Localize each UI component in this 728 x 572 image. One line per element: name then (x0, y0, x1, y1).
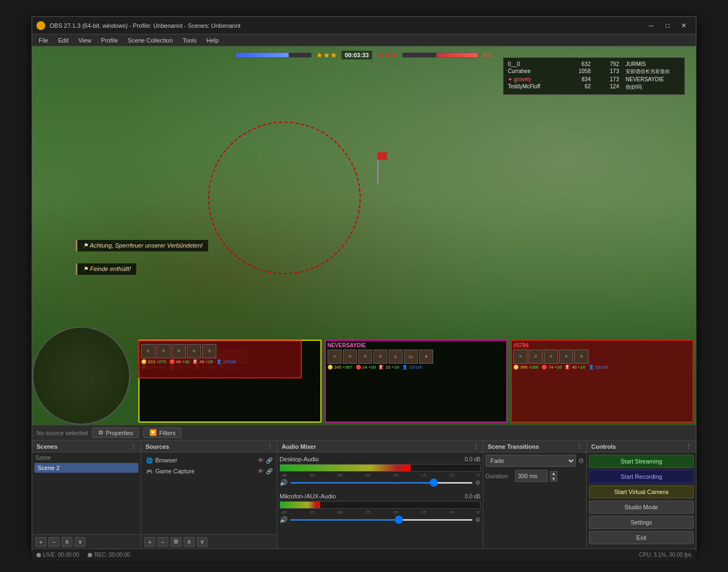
close-button[interactable]: ✕ (676, 20, 691, 32)
unit-red2-2: ② (529, 350, 543, 364)
mic-volume-slider[interactable] (290, 519, 473, 521)
sources-menu-icon[interactable]: ⋮ (267, 443, 272, 449)
player-score-2: 1058 (569, 68, 591, 75)
sources-header-label: Sources (145, 443, 169, 450)
source-game-capture[interactable]: 🎮 Game Capture 👁 🔗 (143, 466, 275, 477)
menu-edit[interactable]: Edit (54, 36, 73, 45)
duration-down-arrow[interactable]: ▼ (550, 477, 557, 481)
score-row-1: 0__0 632 792 JURMIS (508, 61, 680, 67)
stat-pop-n: 👤 22/100 (402, 365, 422, 370)
minimize-button[interactable]: ─ (644, 20, 659, 32)
audio-menu-icon[interactable]: ⋮ (473, 443, 478, 449)
stat-pop-r2: 👤 23/100 (589, 365, 609, 370)
menu-view[interactable]: View (74, 36, 96, 45)
player-score-r2: 173 (597, 68, 619, 75)
transition-type-select[interactable]: Fade Cut Swipe (486, 455, 576, 467)
desktop-audio-meter-fill (280, 465, 410, 471)
desktop-volume-slider[interactable] (290, 482, 473, 484)
duration-up-arrow[interactable]: ▲ (550, 471, 557, 476)
menu-file[interactable]: File (34, 36, 53, 45)
score-row-4: TeddyMcFluff 62 124 你好吗 (508, 83, 680, 91)
mic-audio-gear[interactable]: ⚙ (475, 516, 481, 523)
filters-button[interactable]: 🔽 Filters (143, 428, 181, 438)
source-game-eye[interactable]: 👁 (258, 468, 264, 474)
remove-scene-button[interactable]: − (48, 537, 59, 547)
move-scene-up-button[interactable]: ∧ (62, 537, 72, 547)
scenes-panel-header: Scenes ⋮ (32, 441, 141, 453)
sources-panel-header: Sources ⋮ (141, 441, 277, 453)
mic-audio-meter-fill (280, 502, 320, 508)
obs-window: OBS 27.1.3 (64-bit, windows) - Profile: … (32, 16, 696, 551)
menu-scene-collection[interactable]: Scene Collection (124, 36, 178, 45)
maximize-button[interactable]: □ (660, 20, 675, 32)
scenes-panel-bottom: + − ∧ ∨ (32, 534, 141, 549)
menu-profile[interactable]: Profile (96, 36, 122, 45)
move-source-down-button[interactable]: ∨ (197, 537, 208, 547)
red-health-bar (402, 52, 478, 58)
unit-red2-4: ④ (559, 350, 573, 364)
player-name-1: 0__0 (508, 61, 562, 67)
player-name-r3: NEVERSAYDIE (626, 76, 680, 82)
properties-button[interactable]: ⚙ Properties (92, 428, 139, 438)
start-virtual-camera-button[interactable]: Start Virtual Camera (589, 485, 694, 498)
stat-fuel-r: ⛽ 46 +26 (193, 359, 213, 364)
source-settings-button[interactable]: ⚙ (171, 537, 181, 547)
desktop-audio-db: 0.0 dB (465, 456, 481, 462)
preview-area: ★★★ 00:03:33 ★★★ 471 0__0 632 792 JURMIS (32, 46, 696, 425)
stat-gold-n: 🪙 245 +267 (327, 365, 353, 370)
game-timer: 00:03:33 (342, 51, 372, 59)
mic-audio-db: 0.0 dB (465, 493, 481, 499)
duration-label: Duration (486, 473, 513, 479)
stats-red1: 🪙 223 +275 🔴 40 +42 ⛽ 46 +26 👤 17/100 (141, 359, 299, 364)
gear-icon: ⚙ (98, 429, 104, 436)
mic-mute-button[interactable]: 🔊 (280, 516, 288, 523)
settings-button[interactable]: Settings (589, 516, 694, 529)
mic-audio-channel: Mikrofon-/AUX-Audio 0.0 dB -40 -35 -30 -… (280, 492, 481, 525)
controls-header-label: Controls (591, 443, 616, 450)
red-score: 471 (483, 52, 493, 58)
desktop-audio-gear[interactable]: ⚙ (475, 479, 481, 486)
source-game-label: Game Capture (155, 468, 195, 474)
player-panel-neversaydie: NEVERSAYDIE ① ② ③ ④ 8 10 ★ 🪙 245 +267 🔴 … (325, 340, 508, 423)
duration-input[interactable] (515, 470, 548, 482)
unit-r5: ⑤ (202, 344, 216, 358)
add-scene-button[interactable]: + (35, 537, 46, 547)
scoreboard: 0__0 632 792 JURMIS Currahee 1058 173 安部… (503, 57, 685, 95)
stat-fuel-r2: ⛽ 43 +16 (565, 365, 585, 370)
source-game-lock[interactable]: 🔗 (266, 468, 272, 474)
unit-n5: 8 (389, 350, 403, 364)
unit-n6: 10 (404, 350, 418, 364)
stat-red-n: 🔴 14 +26 (356, 365, 376, 370)
add-source-button[interactable]: + (144, 537, 155, 547)
stat-pop-r: 👤 17/100 (216, 359, 236, 364)
source-browser-lock[interactable]: 🔗 (266, 457, 272, 463)
start-recording-button[interactable]: Start Recording (589, 470, 694, 483)
desktop-mute-button[interactable]: 🔊 (280, 479, 288, 486)
move-scene-down-button[interactable]: ∨ (75, 537, 86, 547)
message-1: ⚑ Achtung, Sperrfeuer unserer Verbündete… (76, 240, 208, 251)
scenes-menu-icon[interactable]: ⋮ (131, 443, 136, 449)
transitions-panel-content: Fade Cut Swipe ⚙ Duration ▲ ▼ (483, 453, 586, 549)
transitions-menu-icon[interactable]: ⋮ (577, 443, 582, 449)
transition-gear-button[interactable]: ⚙ (578, 457, 584, 465)
scene-item-scene2[interactable]: Scene 2 (34, 463, 138, 473)
blue-health-fill (236, 53, 289, 57)
unit-row-red1: ① ② ③ ④ ⑤ (141, 344, 299, 358)
menu-help[interactable]: Help (202, 36, 223, 45)
studio-mode-button[interactable]: Studio Mode (589, 501, 694, 514)
unit-n7: ★ (419, 350, 433, 364)
source-browser[interactable]: 🌐 Browser 👁 🔗 (143, 455, 275, 466)
controls-menu-icon[interactable]: ⋮ (686, 443, 691, 449)
source-browser-eye[interactable]: 👁 (258, 457, 264, 463)
no-source-label: No source selected (37, 430, 88, 436)
start-streaming-button[interactable]: Start Streaming (589, 455, 694, 468)
exit-button[interactable]: Exit (589, 531, 694, 544)
duration-arrows: ▲ ▼ (550, 471, 557, 481)
stat-red-r2: 🔴 74 +26 (542, 365, 562, 370)
remove-source-button[interactable]: − (157, 537, 168, 547)
menu-tools[interactable]: Tools (178, 36, 201, 45)
desktop-audio-ticks: -40 -35 -30 -25 -20 -15 -10 -5 (280, 473, 481, 478)
stat-gold-r2: 🪙 389 +266 (513, 365, 538, 370)
window-controls: ─ □ ✕ (644, 20, 691, 32)
move-source-up-button[interactable]: ∧ (184, 537, 195, 547)
